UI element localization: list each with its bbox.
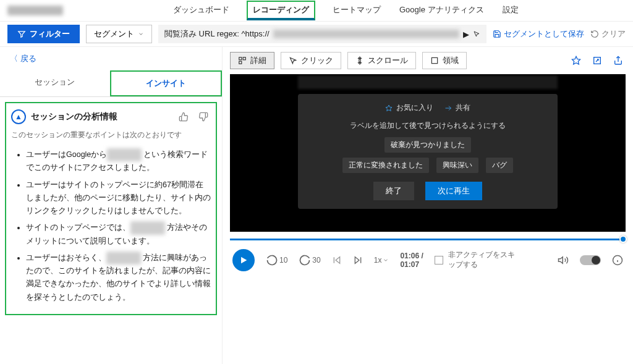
skip-inactive-checkbox[interactable]: 非アクティブをスキップする (435, 250, 516, 269)
detail-chip[interactable]: 詳細 (230, 52, 274, 69)
toggle-switch[interactable] (580, 255, 601, 265)
url-filter-label: 閲覧済み URL regex: ^https:// (164, 28, 270, 40)
time-display: 01:06 / 01:07 (400, 252, 423, 269)
insight-list: ユーザーはGoogleから という検索ワードでこのサイトにアクセスしました。ユー… (11, 148, 211, 304)
chevron-down-icon (138, 31, 144, 37)
thumbs-up-button[interactable] (176, 111, 191, 123)
insight-item: ユーザーはおそらく、 方法に興味があったので、このサイトを訪れましたが、記事の内… (26, 252, 211, 304)
tag-row-2: 正常に変換されました 興味深い バグ (309, 158, 546, 173)
tag-discard-found[interactable]: 破棄が見つかりました (384, 137, 471, 153)
tag-interesting[interactable]: 興味深い (436, 158, 478, 173)
rewind-icon (266, 254, 278, 266)
label-hint: ラベルを追加して後で見つけられるようにする (309, 121, 546, 131)
filter-bar: フィルター セグメント 閲覧済み URL regex: ^https:// ▶ … (0, 21, 633, 47)
logo (7, 6, 63, 15)
volume-button[interactable] (558, 255, 569, 266)
svg-rect-0 (239, 57, 242, 60)
star-outline-icon (385, 104, 393, 112)
right-toolbar: 詳細 クリック スクロール 領域 (223, 47, 633, 74)
thumbs-down-button[interactable] (196, 111, 211, 123)
tab-session[interactable]: セッション (0, 70, 110, 96)
tab-dashboard[interactable]: ダッシュボード (172, 1, 231, 20)
recording-player: お気に入り 共有 ラベルを追加して後で見つけられるようにする 破棄が見つかりまし… (230, 74, 626, 232)
filter-button[interactable]: フィルター (7, 25, 80, 43)
clear-link[interactable]: クリア (590, 28, 626, 40)
skip-next-icon (353, 255, 363, 265)
skip-next-button[interactable] (353, 255, 363, 265)
tab-heatmap[interactable]: ヒートマップ (331, 1, 382, 20)
forward-icon (299, 254, 311, 266)
star-button[interactable] (569, 53, 584, 68)
insight-header: ▲ セッションの分析情報 (11, 109, 211, 124)
svg-marker-5 (572, 56, 580, 64)
volume-icon (558, 255, 569, 266)
tab-settings[interactable]: 設定 (501, 1, 520, 20)
segment-button[interactable]: セグメント (86, 25, 152, 43)
tag-converted[interactable]: 正常に変換されました (342, 158, 429, 173)
svg-marker-9 (241, 257, 247, 264)
share-button[interactable] (611, 53, 626, 68)
left-tabs: セッション インサイト (0, 70, 222, 97)
area-chip[interactable]: 領域 (422, 52, 467, 69)
chevron-left-icon: 〈 (10, 53, 18, 64)
share-recording-button[interactable]: 共有 (444, 103, 470, 113)
insight-panel: ▲ セッションの分析情報 このセッションの重要なポイントは次のとおりです ユーザ… (5, 102, 217, 315)
favorite-button[interactable]: お気に入り (385, 103, 433, 113)
tab-insight[interactable]: インサイト (110, 70, 223, 96)
save-icon (493, 30, 501, 38)
click-chip[interactable]: クリック (281, 52, 341, 69)
info-button[interactable] (612, 255, 623, 266)
refresh-icon (590, 30, 599, 38)
skip-prev-icon (332, 255, 342, 265)
top-nav: ダッシュボード レコーディング ヒートマップ Google アナリティクス 設定 (0, 0, 633, 21)
tag-bug[interactable]: バグ (486, 158, 513, 173)
insight-subtitle: このセッションの重要なポイントは次のとおりです (11, 129, 211, 141)
insight-item: サイトのトップページでは、 方法やそのメリットについて説明しています。 (26, 221, 211, 248)
share-icon (613, 56, 623, 66)
star-icon (571, 56, 581, 66)
info-icon (612, 255, 623, 266)
rewind-10-button[interactable]: 10 (266, 254, 287, 266)
recording-title-blurred (298, 75, 558, 89)
left-panel: 〈 戻る セッション インサイト ▲ セッションの分析情報 このセッションの重要… (0, 47, 223, 364)
svg-marker-12 (355, 257, 359, 264)
top-nav-tabs: ダッシュボード レコーディング ヒートマップ Google アナリティクス 設定 (172, 1, 520, 20)
detail-icon (238, 56, 247, 65)
chevron-down-icon (383, 257, 389, 263)
share-arrow-icon (444, 104, 452, 112)
url-filter-chip[interactable]: 閲覧済み URL regex: ^https:// ▶ (158, 25, 486, 43)
svg-rect-1 (243, 57, 245, 60)
svg-rect-4 (431, 57, 437, 63)
popout-button[interactable] (590, 53, 605, 68)
blurred-text (130, 221, 165, 234)
skip-prev-button[interactable] (332, 255, 342, 265)
recording-overlay-card: お気に入り 共有 ラベルを追加して後で見つけられるようにする 破棄が見つかりまし… (298, 94, 558, 209)
chat-icon: ▲ (11, 109, 26, 124)
end-button[interactable]: 終了 (373, 182, 414, 200)
cursor-icon (473, 30, 480, 38)
play-icon (239, 255, 249, 265)
svg-marker-14 (559, 257, 563, 264)
right-panel: 詳細 クリック スクロール 領域 (223, 47, 633, 364)
thumbs-down-icon (198, 112, 208, 122)
play-button[interactable] (232, 249, 255, 271)
save-segment-link[interactable]: セグメントとして保存 (493, 28, 584, 40)
area-icon (430, 56, 439, 65)
svg-rect-2 (239, 61, 242, 64)
insight-title: セッションの分析情報 (31, 111, 171, 122)
svg-rect-3 (359, 59, 360, 62)
progress-bar[interactable] (230, 235, 626, 243)
url-blurred (273, 30, 459, 38)
tab-google-analytics[interactable]: Google アナリティクス (398, 1, 485, 20)
thumbs-up-icon (179, 112, 189, 122)
play-next-button[interactable]: 次に再生 (425, 182, 482, 200)
scroll-chip[interactable]: スクロール (347, 52, 416, 69)
svg-marker-8 (386, 105, 392, 111)
insight-item: ユーザーはGoogleから という検索ワードでこのサイトにアクセスしました。 (26, 148, 211, 175)
speed-button[interactable]: 1x (374, 256, 389, 265)
tab-recordings[interactable]: レコーディング (247, 1, 315, 20)
scroll-icon (355, 56, 364, 65)
forward-30-button[interactable]: 30 (299, 254, 320, 266)
back-link[interactable]: 〈 戻る (0, 47, 222, 70)
progress-knob[interactable] (619, 235, 627, 243)
